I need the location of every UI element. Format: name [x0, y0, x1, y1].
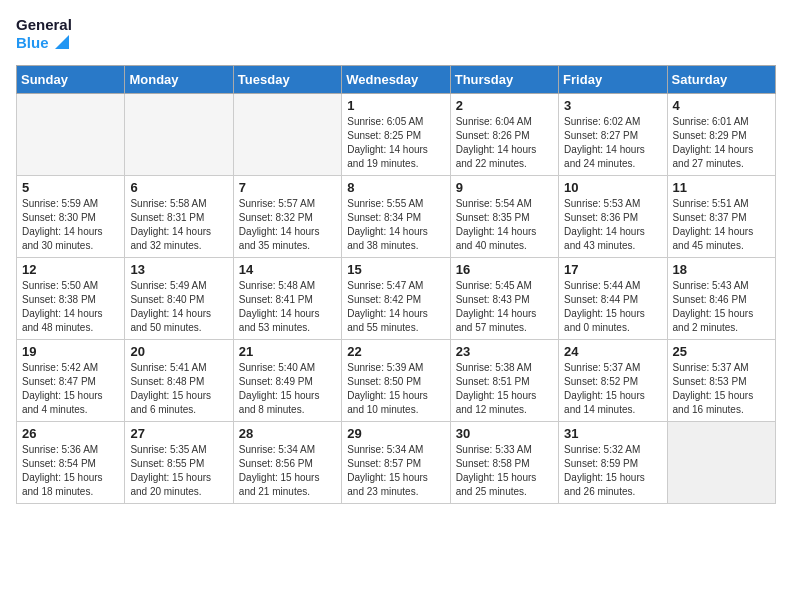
day-number: 25 [673, 344, 770, 359]
day-info: Sunrise: 5:40 AM Sunset: 8:49 PM Dayligh… [239, 361, 336, 417]
day-info: Sunrise: 5:51 AM Sunset: 8:37 PM Dayligh… [673, 197, 770, 253]
calendar-cell: 21Sunrise: 5:40 AM Sunset: 8:49 PM Dayli… [233, 340, 341, 422]
day-info: Sunrise: 5:49 AM Sunset: 8:40 PM Dayligh… [130, 279, 227, 335]
calendar-cell: 15Sunrise: 5:47 AM Sunset: 8:42 PM Dayli… [342, 258, 450, 340]
day-number: 17 [564, 262, 661, 277]
calendar-cell: 6Sunrise: 5:58 AM Sunset: 8:31 PM Daylig… [125, 176, 233, 258]
calendar-cell: 29Sunrise: 5:34 AM Sunset: 8:57 PM Dayli… [342, 422, 450, 504]
day-number: 24 [564, 344, 661, 359]
day-number: 20 [130, 344, 227, 359]
day-number: 12 [22, 262, 119, 277]
calendar-cell: 31Sunrise: 5:32 AM Sunset: 8:59 PM Dayli… [559, 422, 667, 504]
calendar-cell [17, 94, 125, 176]
day-info: Sunrise: 5:37 AM Sunset: 8:53 PM Dayligh… [673, 361, 770, 417]
day-number: 11 [673, 180, 770, 195]
day-info: Sunrise: 5:44 AM Sunset: 8:44 PM Dayligh… [564, 279, 661, 335]
calendar-cell: 2Sunrise: 6:04 AM Sunset: 8:26 PM Daylig… [450, 94, 558, 176]
day-number: 14 [239, 262, 336, 277]
logo-chevron-icon [55, 35, 69, 49]
day-info: Sunrise: 5:41 AM Sunset: 8:48 PM Dayligh… [130, 361, 227, 417]
day-number: 27 [130, 426, 227, 441]
day-number: 4 [673, 98, 770, 113]
calendar-table: SundayMondayTuesdayWednesdayThursdayFrid… [16, 65, 776, 504]
day-info: Sunrise: 6:05 AM Sunset: 8:25 PM Dayligh… [347, 115, 444, 171]
calendar-cell [667, 422, 775, 504]
calendar-cell: 27Sunrise: 5:35 AM Sunset: 8:55 PM Dayli… [125, 422, 233, 504]
day-info: Sunrise: 5:35 AM Sunset: 8:55 PM Dayligh… [130, 443, 227, 499]
day-number: 15 [347, 262, 444, 277]
calendar-cell: 25Sunrise: 5:37 AM Sunset: 8:53 PM Dayli… [667, 340, 775, 422]
day-number: 30 [456, 426, 553, 441]
day-info: Sunrise: 5:33 AM Sunset: 8:58 PM Dayligh… [456, 443, 553, 499]
calendar-cell: 1Sunrise: 6:05 AM Sunset: 8:25 PM Daylig… [342, 94, 450, 176]
weekday-header-monday: Monday [125, 66, 233, 94]
calendar-cell: 10Sunrise: 5:53 AM Sunset: 8:36 PM Dayli… [559, 176, 667, 258]
day-info: Sunrise: 6:04 AM Sunset: 8:26 PM Dayligh… [456, 115, 553, 171]
calendar-cell: 16Sunrise: 5:45 AM Sunset: 8:43 PM Dayli… [450, 258, 558, 340]
day-number: 23 [456, 344, 553, 359]
day-info: Sunrise: 5:47 AM Sunset: 8:42 PM Dayligh… [347, 279, 444, 335]
weekday-header-wednesday: Wednesday [342, 66, 450, 94]
day-info: Sunrise: 5:34 AM Sunset: 8:56 PM Dayligh… [239, 443, 336, 499]
calendar-cell: 20Sunrise: 5:41 AM Sunset: 8:48 PM Dayli… [125, 340, 233, 422]
calendar-cell: 17Sunrise: 5:44 AM Sunset: 8:44 PM Dayli… [559, 258, 667, 340]
day-info: Sunrise: 5:59 AM Sunset: 8:30 PM Dayligh… [22, 197, 119, 253]
day-number: 5 [22, 180, 119, 195]
day-info: Sunrise: 5:37 AM Sunset: 8:52 PM Dayligh… [564, 361, 661, 417]
day-number: 3 [564, 98, 661, 113]
calendar-cell: 9Sunrise: 5:54 AM Sunset: 8:35 PM Daylig… [450, 176, 558, 258]
day-info: Sunrise: 5:57 AM Sunset: 8:32 PM Dayligh… [239, 197, 336, 253]
calendar-cell: 4Sunrise: 6:01 AM Sunset: 8:29 PM Daylig… [667, 94, 775, 176]
day-number: 1 [347, 98, 444, 113]
day-number: 29 [347, 426, 444, 441]
calendar-cell: 14Sunrise: 5:48 AM Sunset: 8:41 PM Dayli… [233, 258, 341, 340]
weekday-header-thursday: Thursday [450, 66, 558, 94]
day-number: 18 [673, 262, 770, 277]
weekday-header-saturday: Saturday [667, 66, 775, 94]
svg-marker-0 [55, 35, 69, 49]
calendar-cell: 26Sunrise: 5:36 AM Sunset: 8:54 PM Dayli… [17, 422, 125, 504]
calendar-cell: 8Sunrise: 5:55 AM Sunset: 8:34 PM Daylig… [342, 176, 450, 258]
day-info: Sunrise: 5:42 AM Sunset: 8:47 PM Dayligh… [22, 361, 119, 417]
weekday-header-friday: Friday [559, 66, 667, 94]
logo: GeneralBlue [16, 16, 72, 53]
day-number: 10 [564, 180, 661, 195]
day-number: 21 [239, 344, 336, 359]
day-info: Sunrise: 5:34 AM Sunset: 8:57 PM Dayligh… [347, 443, 444, 499]
day-number: 13 [130, 262, 227, 277]
day-number: 6 [130, 180, 227, 195]
day-number: 2 [456, 98, 553, 113]
day-info: Sunrise: 5:36 AM Sunset: 8:54 PM Dayligh… [22, 443, 119, 499]
day-info: Sunrise: 5:55 AM Sunset: 8:34 PM Dayligh… [347, 197, 444, 253]
calendar-cell [233, 94, 341, 176]
weekday-header-tuesday: Tuesday [233, 66, 341, 94]
calendar-cell: 12Sunrise: 5:50 AM Sunset: 8:38 PM Dayli… [17, 258, 125, 340]
day-info: Sunrise: 5:50 AM Sunset: 8:38 PM Dayligh… [22, 279, 119, 335]
calendar-cell: 19Sunrise: 5:42 AM Sunset: 8:47 PM Dayli… [17, 340, 125, 422]
calendar-cell: 30Sunrise: 5:33 AM Sunset: 8:58 PM Dayli… [450, 422, 558, 504]
day-number: 22 [347, 344, 444, 359]
day-number: 26 [22, 426, 119, 441]
calendar-cell: 5Sunrise: 5:59 AM Sunset: 8:30 PM Daylig… [17, 176, 125, 258]
logo-text: GeneralBlue [16, 16, 72, 53]
day-info: Sunrise: 5:54 AM Sunset: 8:35 PM Dayligh… [456, 197, 553, 253]
calendar-cell: 3Sunrise: 6:02 AM Sunset: 8:27 PM Daylig… [559, 94, 667, 176]
calendar-cell: 28Sunrise: 5:34 AM Sunset: 8:56 PM Dayli… [233, 422, 341, 504]
day-number: 19 [22, 344, 119, 359]
day-info: Sunrise: 6:01 AM Sunset: 8:29 PM Dayligh… [673, 115, 770, 171]
day-number: 31 [564, 426, 661, 441]
day-info: Sunrise: 5:43 AM Sunset: 8:46 PM Dayligh… [673, 279, 770, 335]
calendar-cell: 24Sunrise: 5:37 AM Sunset: 8:52 PM Dayli… [559, 340, 667, 422]
day-number: 28 [239, 426, 336, 441]
day-info: Sunrise: 5:32 AM Sunset: 8:59 PM Dayligh… [564, 443, 661, 499]
day-info: Sunrise: 5:58 AM Sunset: 8:31 PM Dayligh… [130, 197, 227, 253]
day-info: Sunrise: 5:39 AM Sunset: 8:50 PM Dayligh… [347, 361, 444, 417]
day-info: Sunrise: 5:48 AM Sunset: 8:41 PM Dayligh… [239, 279, 336, 335]
day-number: 8 [347, 180, 444, 195]
day-number: 16 [456, 262, 553, 277]
day-info: Sunrise: 5:53 AM Sunset: 8:36 PM Dayligh… [564, 197, 661, 253]
day-number: 7 [239, 180, 336, 195]
calendar-cell: 22Sunrise: 5:39 AM Sunset: 8:50 PM Dayli… [342, 340, 450, 422]
calendar-cell: 11Sunrise: 5:51 AM Sunset: 8:37 PM Dayli… [667, 176, 775, 258]
calendar-cell [125, 94, 233, 176]
